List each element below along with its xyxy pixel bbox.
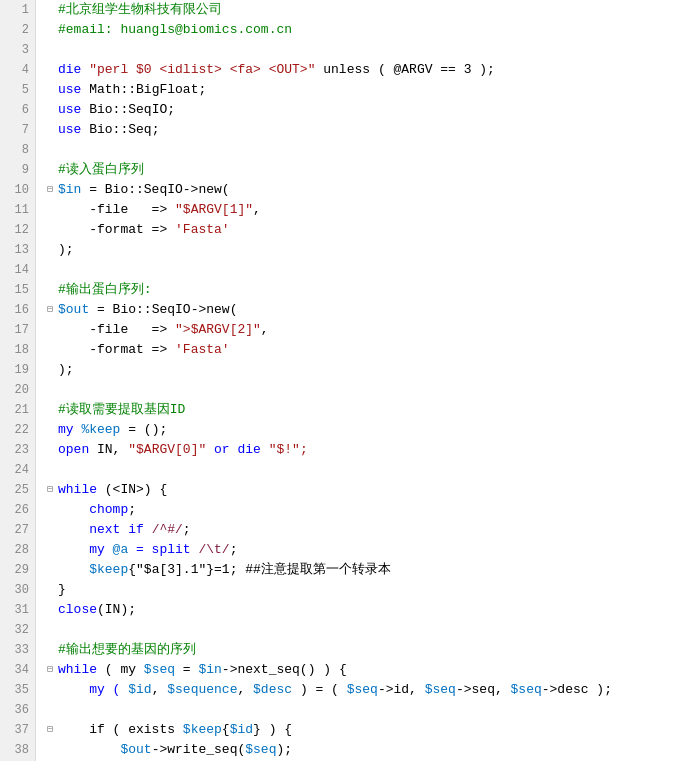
line-number: 31 [6, 600, 29, 620]
code-token: = (); [120, 420, 167, 440]
code-token: Bio::Seq; [89, 120, 159, 140]
code-token: = [175, 660, 198, 680]
line-number: 3 [6, 40, 29, 60]
empty-line [58, 140, 66, 160]
fold-minus-icon[interactable]: ⊟ [44, 184, 56, 196]
code-line: chomp; [44, 500, 696, 520]
code-line: -file => ">$ARGV[2]", [44, 320, 696, 340]
code-token: chomp [58, 500, 128, 520]
code-token: ( my [97, 660, 144, 680]
code-token: next [58, 520, 128, 540]
code-line: ⊟$out = Bio::SeqIO->new( [44, 300, 696, 320]
code-line: close(IN); [44, 600, 696, 620]
code-token: $out [120, 740, 151, 760]
code-token: ; [128, 500, 136, 520]
code-token: while [58, 660, 97, 680]
code-token: -file => [58, 200, 175, 220]
code-line: -format => 'Fasta' [44, 340, 696, 360]
empty-line [58, 380, 66, 400]
code-token: ; [183, 520, 191, 540]
code-token: die [58, 60, 89, 80]
line-number: 25 [6, 480, 29, 500]
code-token: #读入蛋白序列 [58, 160, 144, 180]
code-token: $out [58, 300, 89, 320]
code-token: $seq [245, 740, 276, 760]
empty-line [58, 700, 66, 720]
code-token: $desc [253, 680, 292, 700]
line-number: 8 [6, 140, 29, 160]
fold-minus-icon[interactable]: ⊟ [44, 484, 56, 496]
code-line: my ( $id, $sequence, $desc ) = ( $seq->i… [44, 680, 696, 700]
code-token: #读取需要提取基因ID [58, 400, 185, 420]
line-number: 28 [6, 540, 29, 560]
code-line [44, 700, 696, 720]
line-number: 23 [6, 440, 29, 460]
code-token: @a [113, 540, 129, 560]
line-number: 19 [6, 360, 29, 380]
code-token: $seq [425, 680, 456, 700]
code-token: (<IN>) { [97, 480, 167, 500]
code-token: "$ARGV[0]" [128, 440, 206, 460]
code-token: $in [198, 660, 221, 680]
line-number: 27 [6, 520, 29, 540]
code-token: #email: huangls@biomics.com.cn [58, 20, 292, 40]
code-token: "$!"; [269, 440, 308, 460]
line-number: 34 [6, 660, 29, 680]
line-number: 32 [6, 620, 29, 640]
code-token: -format => [58, 340, 175, 360]
code-line: } [44, 580, 696, 600]
line-number: 12 [6, 220, 29, 240]
code-line: #输出想要的基因的序列 [44, 640, 696, 660]
code-line: next if /^#/; [44, 520, 696, 540]
line-number: 33 [6, 640, 29, 660]
code-token: my ( [58, 680, 128, 700]
code-line: ⊟ if ( exists $keep{$id} ) { [44, 720, 696, 740]
line-number: 37 [6, 720, 29, 740]
line-number: 36 [6, 700, 29, 720]
code-token: ); [276, 740, 292, 760]
code-line: my @a = split /\t/; [44, 540, 696, 560]
code-line [44, 460, 696, 480]
code-token: -file => [58, 320, 175, 340]
code-line: #读入蛋白序列 [44, 160, 696, 180]
code-token: while [58, 480, 97, 500]
empty-line [58, 460, 66, 480]
code-token: "$ARGV[1]" [175, 200, 253, 220]
line-number: 16 [6, 300, 29, 320]
code-token: $seq [511, 680, 542, 700]
code-token: /^#/ [152, 520, 183, 540]
code-token: $sequence [167, 680, 237, 700]
code-token: {"$a[3].1"}=1; ##注意提取第一个转录本 [128, 560, 391, 580]
code-area[interactable]: #北京组学生物科技有限公司#email: huangls@biomics.com… [36, 0, 696, 761]
code-token: ->id, [378, 680, 425, 700]
code-token: = Bio::SeqIO->new( [81, 180, 229, 200]
code-token: ) = ( [292, 680, 347, 700]
line-number: 30 [6, 580, 29, 600]
fold-minus-icon[interactable]: ⊟ [44, 664, 56, 676]
code-token: ->desc ); [542, 680, 612, 700]
line-number: 14 [6, 260, 29, 280]
code-token: unless ( @ARGV == 3 ); [315, 60, 494, 80]
line-number: 24 [6, 460, 29, 480]
code-token: "perl $0 <idlist> <fa> <OUT>" [89, 60, 315, 80]
line-number: 13 [6, 240, 29, 260]
code-token: if [128, 520, 151, 540]
line-number: 5 [6, 80, 29, 100]
code-line: use Bio::Seq; [44, 120, 696, 140]
code-line: ⊟while (<IN>) { [44, 480, 696, 500]
line-number: 9 [6, 160, 29, 180]
line-number: 21 [6, 400, 29, 420]
code-token: $keep [183, 720, 222, 740]
fold-minus-icon[interactable]: ⊟ [44, 724, 56, 736]
fold-minus-icon[interactable]: ⊟ [44, 304, 56, 316]
code-token: my [58, 420, 81, 440]
code-line: open IN, "$ARGV[0]" or die "$!"; [44, 440, 696, 460]
code-token: IN, [89, 440, 128, 460]
code-token: , [152, 680, 168, 700]
code-token: -format => [58, 220, 175, 240]
code-line: use Math::BigFloat; [44, 80, 696, 100]
line-number: 10 [6, 180, 29, 200]
code-token: = split [128, 540, 198, 560]
code-line: #输出蛋白序列: [44, 280, 696, 300]
line-number: 22 [6, 420, 29, 440]
